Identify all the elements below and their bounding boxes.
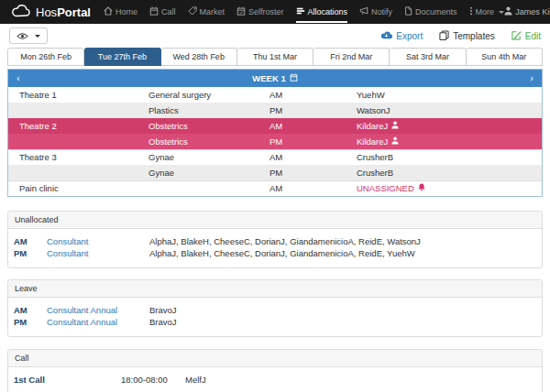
document-icon <box>404 6 412 17</box>
calendar-check-icon <box>236 6 246 17</box>
list-item: AM Consultant Annual BravoJ <box>8 304 542 316</box>
toolbar: Export Templates Edit <box>0 24 550 48</box>
leave-table: AM Consultant Annual BravoJ PM Consultan… <box>8 304 542 328</box>
tab-sun-4th-mar[interactable]: Sun 4th Mar <box>467 48 543 66</box>
nav-item-market[interactable]: Market <box>188 6 226 17</box>
bar-chart-icon <box>296 6 305 17</box>
main-nav: Home Call Market Selfroster Allocations … <box>104 6 504 17</box>
edit-button[interactable]: Edit <box>512 30 541 42</box>
toolbar-actions: Export Templates Edit <box>380 30 541 42</box>
prev-week-chevron[interactable]: ‹ <box>8 70 28 87</box>
nav-item-selfroster[interactable]: Selfroster <box>236 6 284 17</box>
call-panel-title: Call <box>8 350 542 367</box>
tab-mon-26th-feb[interactable]: Mon 26th Feb <box>7 48 84 66</box>
table-row[interactable]: Theatre 3 Gynae AM CrusherB <box>8 149 542 165</box>
week-title: WEEK 1 <box>28 73 522 83</box>
calendar-icon <box>149 6 159 17</box>
tab-sat-3rd-mar[interactable]: Sat 3rd Mar <box>390 48 466 66</box>
table-row[interactable]: Pain clinic AM UNASSIGNED <box>8 180 542 196</box>
table-row-highlighted[interactable]: Obstetrics PM KildareJ <box>8 134 542 149</box>
cloud-logo-icon <box>11 5 31 20</box>
person-icon <box>391 136 399 147</box>
person-icon <box>391 121 399 131</box>
table-row[interactable]: Theatre 1 General surgery AM YuehW <box>8 87 542 103</box>
unallocated-panel-title: Unallocated <box>8 212 542 229</box>
chevron-down-icon <box>35 35 40 38</box>
leave-panel: Leave AM Consultant Annual BravoJ PM Con… <box>7 279 543 337</box>
nav-item-allocations[interactable]: Allocations <box>296 6 348 17</box>
tab-tue-27th-feb[interactable]: Tue 27th Feb <box>84 48 160 66</box>
call-shift-link[interactable]: 1st Call <box>8 374 121 386</box>
copy-icon <box>439 30 449 42</box>
alert-bell-icon <box>418 183 425 193</box>
call-panel: Call 1st Call 18:00-08:00 MelfJ <box>7 349 543 392</box>
list-item: 1st Call 18:00-08:00 MelfJ <box>8 374 542 386</box>
list-item: AM Consultant AlphaJ, BlakeH, CheeseC, D… <box>8 235 542 247</box>
nav-item-notify[interactable]: Notify <box>359 6 392 17</box>
role-link[interactable]: Consultant Annual <box>47 304 149 316</box>
nav-item-documents[interactable]: Documents <box>404 6 457 17</box>
table-row[interactable]: Plastics PM WatsonJ <box>8 103 542 118</box>
ellipsis-icon <box>469 6 473 17</box>
view-options-button[interactable] <box>9 27 48 44</box>
table-row-highlighted[interactable]: Theatre 2 Obstetrics AM KildareJ <box>8 118 542 134</box>
role-link[interactable]: Consultant <box>47 247 149 259</box>
next-week-chevron[interactable]: › <box>522 70 542 87</box>
leave-panel-title: Leave <box>8 280 542 298</box>
brand-text: HosPortal <box>36 5 91 19</box>
nav-item-more[interactable]: More <box>469 6 505 17</box>
nav-item-home[interactable]: Home <box>104 6 138 17</box>
table-row[interactable]: Gynae PM CrusherB <box>8 165 542 180</box>
top-navbar: HosPortal Home Call Market Selfroster Al… <box>0 0 550 24</box>
templates-button[interactable]: Templates <box>439 30 495 42</box>
unallocated-table: AM Consultant AlphaJ, BlakeH, CheeseC, D… <box>8 235 542 259</box>
week-bar: ‹ WEEK 1 › <box>8 70 542 87</box>
list-item: PM Consultant AlphaJ, BlakeH, CheeseC, D… <box>8 247 542 259</box>
day-tabs: Mon 26th Feb Tue 27th Feb Wed 28th Feb T… <box>0 48 550 66</box>
brand-logo[interactable]: HosPortal <box>11 5 91 20</box>
role-link[interactable]: Consultant Annual <box>47 316 149 328</box>
allocations-table: Theatre 1 General surgery AM YuehW Plast… <box>8 87 542 196</box>
cloud-download-icon <box>380 30 392 41</box>
tab-thu-1st-mar[interactable]: Thu 1st Mar <box>237 48 314 66</box>
unallocated-panel: Unallocated AM Consultant AlphaJ, BlakeH… <box>7 211 543 268</box>
role-link[interactable]: Consultant <box>47 235 149 247</box>
call-table: 1st Call 18:00-08:00 MelfJ <box>8 374 542 386</box>
tab-wed-28th-feb[interactable]: Wed 28th Feb <box>161 48 237 66</box>
list-item: PM Consultant Annual BravoJ <box>8 316 542 328</box>
nav-item-call[interactable]: Call <box>149 6 176 17</box>
user-icon <box>504 6 512 17</box>
user-menu[interactable]: James Kildare <box>504 6 550 17</box>
home-icon <box>104 6 113 17</box>
calendar-icon[interactable] <box>290 73 298 83</box>
navbar-right: James Kildare <box>504 6 550 17</box>
edit-pencil-icon <box>512 30 522 42</box>
tab-fri-2nd-mar[interactable]: Fri 2nd Mar <box>314 48 390 66</box>
eye-icon <box>16 29 28 43</box>
export-button[interactable]: Export <box>380 30 423 41</box>
week-panel: ‹ WEEK 1 › Theatre 1 General surgery AM … <box>7 69 543 197</box>
tag-icon <box>188 6 197 17</box>
megaphone-icon <box>359 6 368 17</box>
